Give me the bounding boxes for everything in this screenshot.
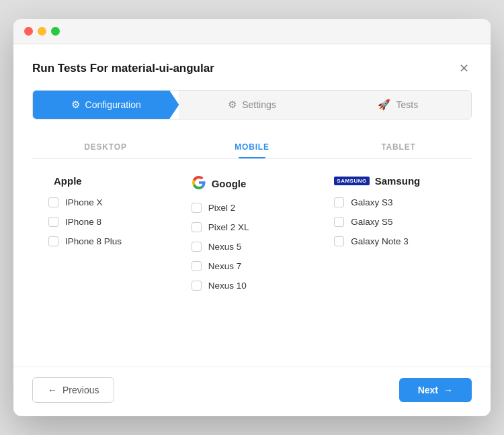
list-item: Nexus 10 (192, 281, 313, 291)
device-label: Galaxy S5 (351, 217, 392, 227)
close-button[interactable]: ✕ (456, 60, 472, 77)
brand-name-apple: Apple (54, 175, 82, 187)
next-button[interactable]: Next → (399, 378, 472, 402)
list-item: Galaxy S3 (334, 197, 456, 207)
brand-col-apple: Apple IPhone X IPhone 8 IPhone 8 Plus (38, 175, 181, 336)
list-item: IPhone 8 (48, 217, 170, 227)
list-item: Pixel 2 (192, 203, 313, 213)
configuration-icon: ⚙ (71, 99, 80, 111)
device-label: IPhone 8 (65, 217, 101, 227)
steps-bar: ⚙ Configuration ⚙ Settings 🚀 Tests (32, 90, 472, 119)
list-item: Galaxy S5 (334, 217, 456, 227)
checkbox-nexus10[interactable] (192, 281, 202, 291)
step-settings[interactable]: ⚙ Settings (179, 91, 325, 119)
previous-button[interactable]: ← Previous (32, 377, 114, 403)
checkbox-nexus5[interactable] (192, 242, 202, 252)
dialog-window: Run Tests For material-ui-angular ✕ ⚙ Co… (13, 19, 491, 416)
dialog-footer: ← Previous Next → (13, 366, 491, 416)
dialog-header: Run Tests For material-ui-angular ✕ (32, 60, 472, 77)
tab-desktop[interactable]: DESKTOP (32, 136, 179, 158)
checkbox-iphone-8-plus[interactable] (48, 236, 58, 246)
dialog-content: Run Tests For material-ui-angular ✕ ⚙ Co… (13, 44, 491, 355)
device-label: Nexus 10 (208, 281, 247, 291)
device-label: Pixel 2 (208, 203, 236, 213)
step-tests[interactable]: 🚀 Tests (325, 91, 471, 119)
brand-header-google: Google (192, 175, 313, 192)
device-label: IPhone X (65, 197, 103, 207)
checkbox-galaxy-s3[interactable] (334, 197, 344, 207)
device-tabs: DESKTOP MOBILE TABLET (32, 136, 472, 159)
list-item: Galaxy Note 3 (334, 236, 456, 246)
previous-label: Previous (62, 385, 99, 395)
checkbox-nexus7[interactable] (192, 261, 202, 271)
brand-col-samsung: SAMSUNG Samsung Galaxy S3 Galaxy S5 Gala… (323, 175, 466, 336)
google-logo-icon (192, 175, 206, 192)
list-item: Pixel 2 XL (192, 222, 313, 232)
maximize-traffic-btn[interactable] (51, 27, 60, 36)
device-label: Nexus 7 (208, 261, 242, 271)
brand-header-apple: Apple (48, 175, 170, 187)
step-tests-label: Tests (396, 99, 418, 110)
step-configuration-label: Configuration (85, 99, 141, 110)
list-item: IPhone 8 Plus (48, 236, 170, 246)
tests-icon: 🚀 (378, 99, 390, 111)
device-label: IPhone 8 Plus (65, 236, 122, 246)
step-configuration[interactable]: ⚙ Configuration (33, 91, 179, 119)
list-item: Nexus 7 (192, 261, 313, 271)
minimize-traffic-btn[interactable] (38, 27, 46, 36)
step-settings-label: Settings (242, 99, 276, 110)
arrow-right-icon: → (444, 385, 453, 395)
brand-header-samsung: SAMSUNG Samsung (334, 175, 456, 187)
checkbox-iphone-8[interactable] (48, 217, 58, 227)
checkbox-iphone-x[interactable] (48, 197, 58, 207)
tab-mobile[interactable]: MOBILE (179, 136, 325, 158)
device-label: Galaxy Note 3 (351, 236, 409, 246)
titlebar (13, 19, 491, 44)
close-traffic-btn[interactable] (24, 27, 33, 36)
device-label: Pixel 2 XL (208, 222, 249, 232)
checkbox-galaxy-s5[interactable] (334, 217, 344, 227)
dialog-title: Run Tests For material-ui-angular (32, 62, 214, 75)
settings-icon: ⚙ (228, 99, 237, 111)
brand-name-samsung: Samsung (375, 175, 421, 187)
next-label: Next (418, 385, 438, 395)
checkbox-pixel2xl[interactable] (192, 222, 202, 232)
device-label: Galaxy S3 (351, 197, 392, 207)
brand-name-google: Google (212, 178, 247, 189)
arrow-left-icon: ← (48, 385, 57, 395)
device-grid: Apple IPhone X IPhone 8 IPhone 8 Plus (32, 175, 472, 336)
tab-tablet[interactable]: TABLET (325, 136, 472, 158)
device-label: Nexus 5 (208, 242, 242, 252)
checkbox-galaxy-note3[interactable] (334, 236, 344, 246)
list-item: IPhone X (48, 197, 170, 207)
brand-col-google: Google Pixel 2 Pixel 2 XL Nexus 5 Nexus … (181, 175, 324, 336)
samsung-logo-icon: SAMSUNG (334, 177, 369, 185)
list-item: Nexus 5 (192, 242, 313, 252)
checkbox-pixel2[interactable] (192, 203, 202, 213)
